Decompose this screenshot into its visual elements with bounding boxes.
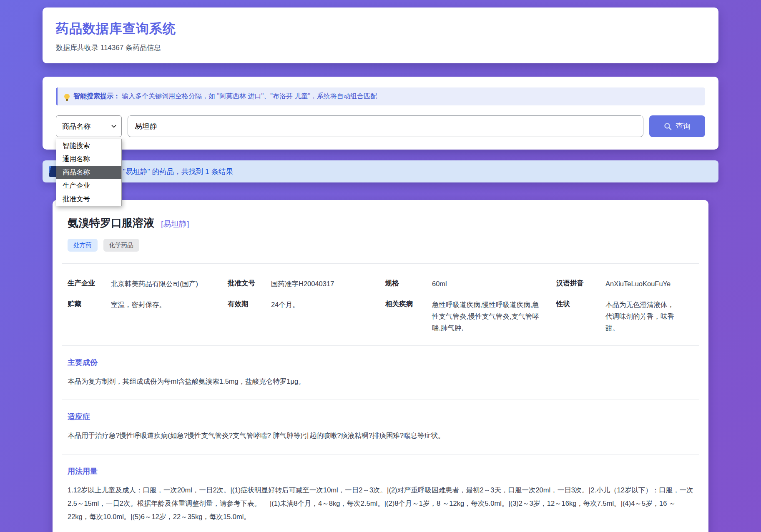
- info-value-storage: 室温，密封保存。: [111, 299, 228, 310]
- info-label-pinyin: 汉语拼音: [556, 278, 605, 288]
- search-button[interactable]: 查询: [649, 115, 705, 137]
- divider: [62, 454, 699, 455]
- search-field-dropdown: 智能搜索 通用名称 商品名称 生产企业 批准文号: [56, 139, 122, 206]
- info-label-validity: 有效期: [228, 299, 271, 309]
- magnifier-icon: [664, 122, 672, 130]
- info-label-appearance: 性状: [556, 299, 605, 309]
- info-label-manufacturer: 生产企业: [68, 278, 111, 288]
- drug-header: 氨溴特罗口服溶液 [易坦静]: [64, 213, 697, 230]
- tag-chemical: 化学药品: [103, 239, 139, 252]
- divider: [62, 345, 699, 346]
- info-value-spec: 60ml: [432, 278, 556, 290]
- info-value-manufacturer: 北京韩美药品有限公司(国产): [111, 278, 228, 290]
- drug-trade-name-link[interactable]: [易坦静]: [161, 219, 189, 230]
- info-value-related-diseases: 急性呼吸道疾病,慢性呼吸道疾病,急性支气管炎,慢性支气管炎,支气管哮喘,肺气肿,: [432, 299, 556, 334]
- section-title: 用法用量: [68, 466, 693, 476]
- section-dosage: 用法用量 1.12岁以上儿童及成人：口服，一次20ml，一日2次。|(1)症状明…: [64, 466, 697, 524]
- search-form: 商品名称 查询 智能搜索 通用名称 商品名称 生产企业 批准文号: [56, 115, 705, 137]
- tip-prefix: 智能搜索提示：: [73, 92, 120, 101]
- dropdown-option-generic-name[interactable]: 通用名称: [56, 152, 121, 166]
- page: 药品数据库查询系统 数据库共收录 114367 条药品信息 智能搜索提示： 输入…: [0, 0, 761, 150]
- tip-text: 输入多个关键词用空格分隔，如 "阿莫西林 进口"、"布洛芬 儿童"，系统将自动组…: [122, 92, 377, 101]
- section-title: 适应症: [68, 412, 693, 422]
- drug-tags: 处方药 化学药品: [68, 239, 697, 252]
- dropdown-option-manufacturer[interactable]: 生产企业: [56, 179, 121, 192]
- database-count-subtitle: 数据库共收录 114367 条药品信息: [56, 43, 705, 52]
- section-indications: 适应症 本品用于治疗急?慢性呼吸道疾病(如急?慢性支气管炎?支气管哮喘? 肺气肿…: [64, 412, 697, 442]
- smart-search-tip: 智能搜索提示： 输入多个关键词用空格分隔，如 "阿莫西林 进口"、"布洛芬 儿童…: [56, 87, 705, 105]
- select-value: 商品名称: [62, 122, 90, 131]
- divider: [62, 263, 699, 264]
- chevron-down-icon: [111, 125, 116, 128]
- info-label-storage: 贮藏: [68, 299, 111, 309]
- info-value-pinyin: AnXiuTeLuoKouFuYe: [605, 278, 693, 290]
- info-value-appearance: 本品为无色澄清液体，代调味剂的芳香，味香甜。: [605, 299, 693, 334]
- dropdown-option-smart-search[interactable]: 智能搜索: [56, 139, 121, 152]
- tag-prescription: 处方药: [68, 239, 98, 252]
- section-title: 主要成份: [68, 357, 693, 367]
- section-text: 1.12岁以上儿童及成人：口服，一次20ml，一日2次。|(1)症状明显好转后可…: [68, 483, 693, 524]
- section-text: 本品用于治疗急?慢性呼吸道疾病(如急?慢性支气管炎?支气管哮喘? 肺气肿等)引起…: [68, 429, 693, 442]
- search-card: 智能搜索提示： 输入多个关键词用空格分隔，如 "阿莫西林 进口"、"布洛芬 儿童…: [43, 77, 718, 150]
- info-label-approval-number: 批准文号: [228, 278, 271, 288]
- lightbulb-icon: [64, 94, 70, 99]
- divider: [62, 400, 699, 400]
- drug-name: 氨溴特罗口服溶液: [68, 216, 154, 230]
- info-value-approval-number: 国药准字H20040317: [271, 278, 385, 290]
- search-input[interactable]: [128, 115, 643, 137]
- info-value-validity: 24个月。: [271, 299, 385, 310]
- dropdown-option-trade-name[interactable]: 商品名称: [56, 166, 121, 179]
- header-card: 药品数据库查询系统 数据库共收录 114367 条药品信息: [43, 7, 718, 63]
- search-button-label: 查询: [676, 121, 691, 131]
- results-banner: 为您搜索商品名称 "易坦静" 的药品，共找到 1 条结果: [43, 160, 718, 182]
- section-main-ingredients: 主要成份 本品为复方制剂，其组成成份为每ml含盐酸氨溴索1.5mg，盐酸克仑特罗…: [64, 357, 697, 388]
- page-title: 药品数据库查询系统: [56, 20, 705, 37]
- dropdown-option-approval-number[interactable]: 批准文号: [56, 192, 121, 206]
- drug-detail-card: 氨溴特罗口服溶液 [易坦静] 处方药 化学药品 生产企业 北京韩美药品有限公司(…: [53, 200, 708, 532]
- info-label-spec: 规格: [385, 278, 432, 288]
- info-label-related-diseases: 相关疾病: [385, 299, 432, 309]
- drug-info-grid: 生产企业 北京韩美药品有限公司(国产) 批准文号 国药准字H20040317 规…: [64, 275, 697, 334]
- search-field-select[interactable]: 商品名称: [56, 115, 122, 137]
- section-text: 本品为复方制剂，其组成成份为每ml含盐酸氨溴索1.5mg，盐酸克仑特罗1μg。: [68, 375, 693, 388]
